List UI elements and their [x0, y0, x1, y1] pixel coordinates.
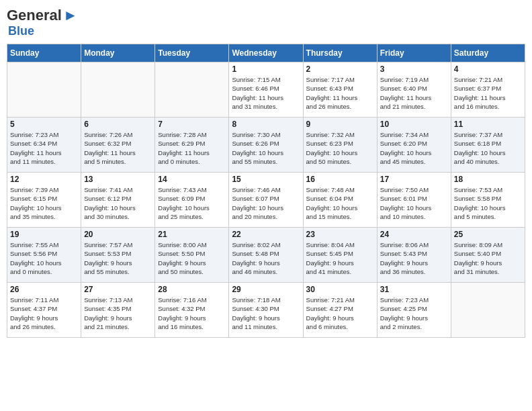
calendar-day: 9Sunrise: 7:32 AM Sunset: 6:23 PM Daylig… — [303, 118, 377, 173]
calendar-day: 11Sunrise: 7:37 AM Sunset: 6:18 PM Dayli… — [451, 118, 525, 173]
day-number: 18 — [454, 175, 522, 184]
day-info: Sunrise: 7:18 AM Sunset: 4:30 PM Dayligh… — [232, 295, 300, 331]
day-info: Sunrise: 8:00 AM Sunset: 5:50 PM Dayligh… — [158, 240, 226, 276]
calendar-day: 16Sunrise: 7:48 AM Sunset: 6:04 PM Dayli… — [303, 173, 377, 228]
day-info: Sunrise: 7:43 AM Sunset: 6:09 PM Dayligh… — [158, 185, 226, 221]
calendar-day: 10Sunrise: 7:34 AM Sunset: 6:20 PM Dayli… — [377, 118, 451, 173]
calendar-day: 20Sunrise: 7:57 AM Sunset: 5:53 PM Dayli… — [81, 228, 155, 283]
calendar-day: 7Sunrise: 7:28 AM Sunset: 6:29 PM Daylig… — [155, 118, 229, 173]
calendar-week-5: 26Sunrise: 7:11 AM Sunset: 4:37 PM Dayli… — [7, 283, 525, 338]
day-info: Sunrise: 7:41 AM Sunset: 6:12 PM Dayligh… — [84, 185, 152, 221]
calendar-day — [7, 62, 81, 118]
day-number: 1 — [232, 64, 300, 74]
day-number: 25 — [454, 230, 522, 239]
day-info: Sunrise: 7:21 AM Sunset: 6:37 PM Dayligh… — [454, 75, 522, 111]
calendar-day: 18Sunrise: 7:53 AM Sunset: 5:58 PM Dayli… — [451, 173, 525, 228]
calendar-day: 30Sunrise: 7:21 AM Sunset: 4:27 PM Dayli… — [303, 283, 377, 338]
day-info: Sunrise: 7:16 AM Sunset: 4:32 PM Dayligh… — [158, 295, 226, 331]
calendar-day: 21Sunrise: 8:00 AM Sunset: 5:50 PM Dayli… — [155, 228, 229, 283]
calendar-day: 19Sunrise: 7:55 AM Sunset: 5:56 PM Dayli… — [7, 228, 81, 283]
calendar-week-1: 1Sunrise: 7:15 AM Sunset: 6:46 PM Daylig… — [7, 62, 525, 118]
day-number: 15 — [232, 175, 300, 184]
day-info: Sunrise: 7:53 AM Sunset: 5:58 PM Dayligh… — [454, 185, 522, 221]
calendar-day: 5Sunrise: 7:23 AM Sunset: 6:34 PM Daylig… — [7, 118, 81, 173]
day-number: 29 — [232, 285, 300, 294]
calendar-day: 13Sunrise: 7:41 AM Sunset: 6:12 PM Dayli… — [81, 173, 155, 228]
day-info: Sunrise: 7:37 AM Sunset: 6:18 PM Dayligh… — [454, 130, 522, 166]
calendar-day: 15Sunrise: 7:46 AM Sunset: 6:07 PM Dayli… — [229, 173, 303, 228]
day-number: 5 — [10, 120, 78, 129]
day-info: Sunrise: 7:32 AM Sunset: 6:23 PM Dayligh… — [306, 130, 374, 166]
day-number: 30 — [306, 285, 374, 294]
day-number: 16 — [306, 175, 374, 184]
day-info: Sunrise: 8:02 AM Sunset: 5:48 PM Dayligh… — [232, 240, 300, 276]
day-info: Sunrise: 7:50 AM Sunset: 6:01 PM Dayligh… — [380, 185, 448, 221]
day-info: Sunrise: 8:04 AM Sunset: 5:45 PM Dayligh… — [306, 240, 374, 276]
calendar-day: 8Sunrise: 7:30 AM Sunset: 6:26 PM Daylig… — [229, 118, 303, 173]
day-number: 22 — [232, 230, 300, 239]
calendar-day: 28Sunrise: 7:16 AM Sunset: 4:32 PM Dayli… — [155, 283, 229, 338]
calendar-day: 4Sunrise: 7:21 AM Sunset: 6:37 PM Daylig… — [451, 62, 525, 118]
logo: General ► Blue — [7, 7, 78, 38]
day-number: 7 — [158, 120, 226, 129]
day-number: 12 — [10, 175, 78, 184]
calendar-day: 17Sunrise: 7:50 AM Sunset: 6:01 PM Dayli… — [377, 173, 451, 228]
header-sunday: Sunday — [7, 44, 81, 62]
calendar-day: 22Sunrise: 8:02 AM Sunset: 5:48 PM Dayli… — [229, 228, 303, 283]
calendar-day: 3Sunrise: 7:19 AM Sunset: 6:40 PM Daylig… — [377, 62, 451, 118]
day-number: 9 — [306, 120, 374, 129]
calendar-day: 27Sunrise: 7:13 AM Sunset: 4:35 PM Dayli… — [81, 283, 155, 338]
calendar-day: 1Sunrise: 7:15 AM Sunset: 6:46 PM Daylig… — [229, 62, 303, 118]
day-info: Sunrise: 7:34 AM Sunset: 6:20 PM Dayligh… — [380, 130, 448, 166]
day-number: 26 — [10, 285, 78, 294]
day-info: Sunrise: 7:30 AM Sunset: 6:26 PM Dayligh… — [232, 130, 300, 166]
day-info: Sunrise: 7:21 AM Sunset: 4:27 PM Dayligh… — [306, 295, 374, 331]
day-number: 23 — [306, 230, 374, 239]
calendar-day — [451, 283, 525, 338]
day-info: Sunrise: 7:23 AM Sunset: 4:25 PM Dayligh… — [380, 295, 448, 331]
day-info: Sunrise: 7:19 AM Sunset: 6:40 PM Dayligh… — [380, 75, 448, 111]
day-info: Sunrise: 7:57 AM Sunset: 5:53 PM Dayligh… — [84, 240, 152, 276]
calendar-week-2: 5Sunrise: 7:23 AM Sunset: 6:34 PM Daylig… — [7, 118, 525, 173]
calendar-day: 29Sunrise: 7:18 AM Sunset: 4:30 PM Dayli… — [229, 283, 303, 338]
header-thursday: Thursday — [303, 44, 377, 62]
day-number: 31 — [380, 285, 448, 294]
day-number: 27 — [84, 285, 152, 294]
day-number: 24 — [380, 230, 448, 239]
calendar-day: 31Sunrise: 7:23 AM Sunset: 4:25 PM Dayli… — [377, 283, 451, 338]
day-info: Sunrise: 7:46 AM Sunset: 6:07 PM Dayligh… — [232, 185, 300, 221]
calendar-day: 24Sunrise: 8:06 AM Sunset: 5:43 PM Dayli… — [377, 228, 451, 283]
day-number: 4 — [454, 64, 522, 74]
day-info: Sunrise: 7:15 AM Sunset: 6:46 PM Dayligh… — [232, 75, 300, 111]
calendar-day: 12Sunrise: 7:39 AM Sunset: 6:15 PM Dayli… — [7, 173, 81, 228]
header-wednesday: Wednesday — [229, 44, 303, 62]
day-number: 17 — [380, 175, 448, 184]
calendar-day: 6Sunrise: 7:26 AM Sunset: 6:32 PM Daylig… — [81, 118, 155, 173]
day-number: 19 — [10, 230, 78, 239]
header-tuesday: Tuesday — [155, 44, 229, 62]
logo-arrow-icon: ► — [63, 7, 78, 24]
day-info: Sunrise: 7:48 AM Sunset: 6:04 PM Dayligh… — [306, 185, 374, 221]
page-header: General ► Blue — [7, 7, 525, 38]
header-monday: Monday — [81, 44, 155, 62]
calendar-day: 26Sunrise: 7:11 AM Sunset: 4:37 PM Dayli… — [7, 283, 81, 338]
day-info: Sunrise: 7:17 AM Sunset: 6:43 PM Dayligh… — [306, 75, 374, 111]
calendar-week-4: 19Sunrise: 7:55 AM Sunset: 5:56 PM Dayli… — [7, 228, 525, 283]
day-number: 2 — [306, 64, 374, 74]
header-friday: Friday — [377, 44, 451, 62]
day-info: Sunrise: 7:39 AM Sunset: 6:15 PM Dayligh… — [10, 185, 78, 221]
day-info: Sunrise: 8:09 AM Sunset: 5:40 PM Dayligh… — [454, 240, 522, 276]
day-info: Sunrise: 7:13 AM Sunset: 4:35 PM Dayligh… — [84, 295, 152, 331]
day-number: 14 — [158, 175, 226, 184]
calendar-day — [81, 62, 155, 118]
header-saturday: Saturday — [451, 44, 525, 62]
day-number: 11 — [454, 120, 522, 129]
logo-general: General — [7, 7, 62, 24]
calendar-day: 2Sunrise: 7:17 AM Sunset: 6:43 PM Daylig… — [303, 62, 377, 118]
calendar-day: 14Sunrise: 7:43 AM Sunset: 6:09 PM Dayli… — [155, 173, 229, 228]
day-number: 6 — [84, 120, 152, 129]
day-info: Sunrise: 7:55 AM Sunset: 5:56 PM Dayligh… — [10, 240, 78, 276]
day-number: 10 — [380, 120, 448, 129]
day-number: 28 — [158, 285, 226, 294]
day-info: Sunrise: 8:06 AM Sunset: 5:43 PM Dayligh… — [380, 240, 448, 276]
